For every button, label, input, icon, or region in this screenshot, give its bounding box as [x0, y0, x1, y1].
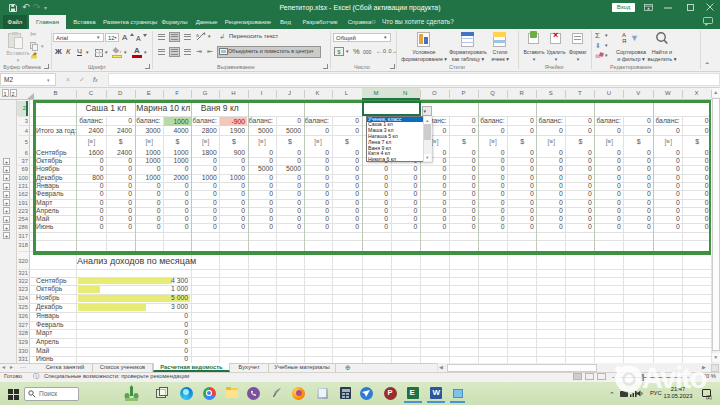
svg-text:$: $ [337, 49, 341, 55]
svg-text:a: a [196, 32, 199, 38]
